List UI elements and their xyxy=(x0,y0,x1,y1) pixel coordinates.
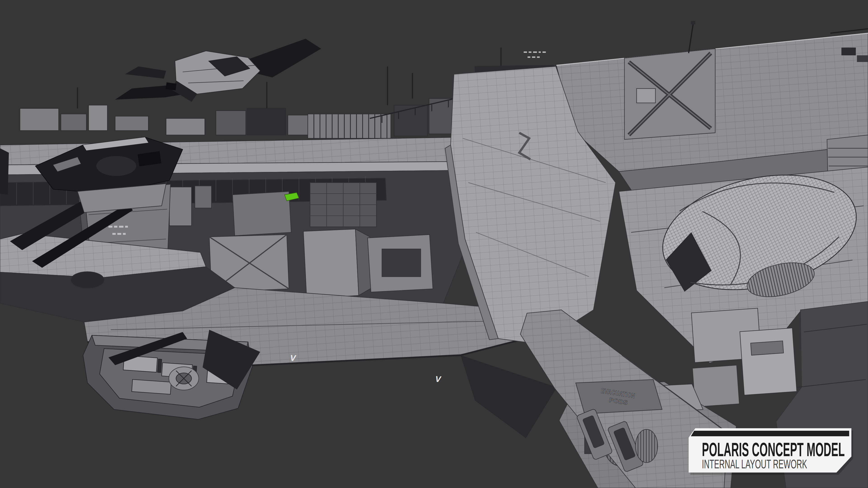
3d-viewport[interactable]: EVACUATION PODS V V POLA xyxy=(0,0,868,488)
container-rack xyxy=(308,114,391,138)
caption-subtitle: INTERNAL LAYOUT REWORK xyxy=(702,457,807,471)
caption-card-bar xyxy=(691,431,849,436)
caption-card: POLARIS CONCEPT MODEL INTERNAL LAYOUT RE… xyxy=(689,428,853,475)
truss-x-brace xyxy=(624,49,715,140)
